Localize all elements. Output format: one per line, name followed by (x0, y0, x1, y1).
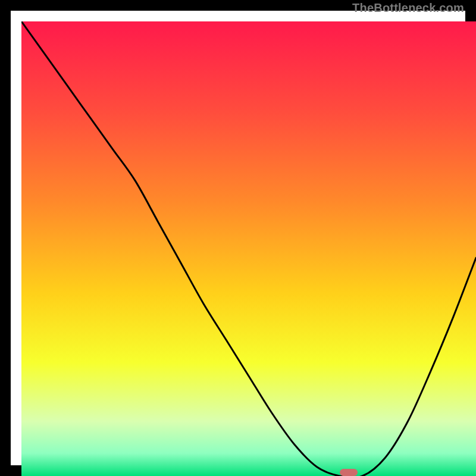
gradient-background (21, 21, 476, 476)
plot-area (21, 21, 476, 476)
chart-frame: TheBottleneck.com (0, 0, 476, 476)
chart-svg (21, 21, 476, 476)
watermark-text: TheBottleneck.com (352, 1, 464, 15)
min-marker (340, 469, 358, 476)
